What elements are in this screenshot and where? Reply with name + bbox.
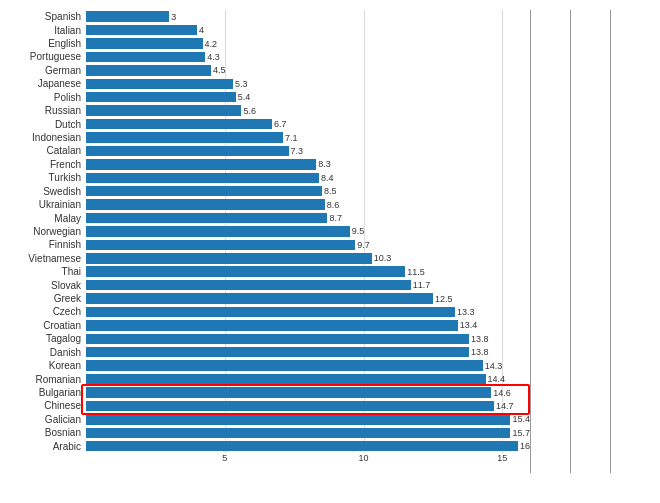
bar-row: Arabic16 — [14, 440, 530, 453]
bar-track: 7.3 — [86, 144, 530, 157]
bar-value-label: 4.3 — [207, 52, 220, 62]
bar — [86, 414, 510, 424]
bar-label: Korean — [14, 360, 86, 371]
bar-value-label: 15.4 — [512, 414, 530, 424]
bar-row: Bulgarian14.6 — [14, 386, 530, 399]
bar-label: Finnish — [14, 239, 86, 250]
bar-track: 4.5 — [86, 64, 530, 77]
bar-row: Romanian14.4 — [14, 372, 530, 385]
bar-track: 4 — [86, 23, 530, 36]
bar-value-label: 5.4 — [238, 92, 251, 102]
bar-track: 13.8 — [86, 346, 530, 359]
bar — [86, 186, 322, 196]
bar-track: 15.7 — [86, 426, 530, 439]
bar — [86, 65, 211, 75]
bar-row: Finnish9.7 — [14, 238, 530, 251]
x-tick: 15 — [497, 453, 507, 463]
bar — [86, 280, 411, 290]
bar-label: Danish — [14, 347, 86, 358]
bar-row: Indonesian7.1 — [14, 131, 530, 144]
bar-track: 14.6 — [86, 386, 530, 399]
bar — [86, 293, 433, 303]
bar — [86, 25, 197, 35]
bar — [86, 119, 272, 129]
bar-value-label: 4.2 — [205, 39, 218, 49]
bar-label: Slovak — [14, 280, 86, 291]
bar — [86, 199, 325, 209]
bar-track: 8.3 — [86, 158, 530, 171]
bar-value-label: 3 — [171, 12, 176, 22]
bar-label: Greek — [14, 293, 86, 304]
bar — [86, 253, 372, 263]
bar — [86, 266, 405, 276]
right-col-1 — [530, 10, 570, 473]
bar-track: 4.2 — [86, 37, 530, 50]
bar-value-label: 14.4 — [488, 374, 506, 384]
bar-value-label: 11.5 — [407, 267, 425, 277]
bar-track: 11.7 — [86, 278, 530, 291]
bar-value-label: 7.1 — [285, 133, 298, 143]
bar-row: Norwegian9.5 — [14, 225, 530, 238]
bar-label: French — [14, 159, 86, 170]
bar — [86, 213, 327, 223]
bar-track: 8.7 — [86, 211, 530, 224]
bar-track: 8.4 — [86, 171, 530, 184]
bar-value-label: 8.3 — [318, 159, 331, 169]
right-borders — [530, 10, 650, 473]
bar-label: Spanish — [14, 11, 86, 22]
bar — [86, 401, 494, 411]
bar-row: Czech13.3 — [14, 305, 530, 318]
bar-label: Galician — [14, 414, 86, 425]
bar-label: Polish — [14, 92, 86, 103]
bar-row: English4.2 — [14, 37, 530, 50]
x-tick: 10 — [358, 453, 368, 463]
bar — [86, 307, 455, 317]
bar-label: Dutch — [14, 119, 86, 130]
bar-value-label: 16 — [520, 441, 530, 451]
bar-track: 7.1 — [86, 131, 530, 144]
bar-row: Danish13.8 — [14, 346, 530, 359]
bar — [86, 226, 350, 236]
bar-track: 5.6 — [86, 104, 530, 117]
bar-row: Swedish8.5 — [14, 184, 530, 197]
bar-label: Croatian — [14, 320, 86, 331]
bar-label: Romanian — [14, 374, 86, 385]
bar-track: 8.5 — [86, 184, 530, 197]
bar-label: Swedish — [14, 186, 86, 197]
bar-track: 14.3 — [86, 359, 530, 372]
bar-track: 13.3 — [86, 305, 530, 318]
bar-track: 9.7 — [86, 238, 530, 251]
bar — [86, 132, 283, 142]
bar — [86, 360, 483, 370]
bar-value-label: 5.6 — [243, 106, 256, 116]
bar-row: Catalan7.3 — [14, 144, 530, 157]
bar-row: Bosnian15.7 — [14, 426, 530, 439]
bar-track: 10.3 — [86, 252, 530, 265]
bar-track: 11.5 — [86, 265, 530, 278]
bar — [86, 52, 205, 62]
bar-value-label: 13.8 — [471, 347, 489, 357]
bar-row: Croatian13.4 — [14, 319, 530, 332]
bar-label: Italian — [14, 25, 86, 36]
bar-value-label: 11.7 — [413, 280, 431, 290]
bar-track: 16 — [86, 440, 530, 453]
bar-label: Bosnian — [14, 427, 86, 438]
bar — [86, 347, 469, 357]
bar-row: Greek12.5 — [14, 292, 530, 305]
bar-row: French8.3 — [14, 158, 530, 171]
bar — [86, 374, 486, 384]
bar-row: Japanese5.3 — [14, 77, 530, 90]
bar-value-label: 13.4 — [460, 320, 478, 330]
bar-track: 4.3 — [86, 50, 530, 63]
bar-row: Malay8.7 — [14, 211, 530, 224]
bar-value-label: 9.7 — [357, 240, 370, 250]
chart-inner: Spanish3Italian4English4.2Portuguese4.3G… — [14, 10, 530, 473]
bar-label: Ukrainian — [14, 199, 86, 210]
bar-row: Chinese14.7 — [14, 399, 530, 412]
bar-value-label: 15.7 — [512, 428, 530, 438]
bar — [86, 38, 203, 48]
x-tick: 5 — [222, 453, 227, 463]
bar-track: 5.3 — [86, 77, 530, 90]
bar-label: Norwegian — [14, 226, 86, 237]
bar-label: Indonesian — [14, 132, 86, 143]
